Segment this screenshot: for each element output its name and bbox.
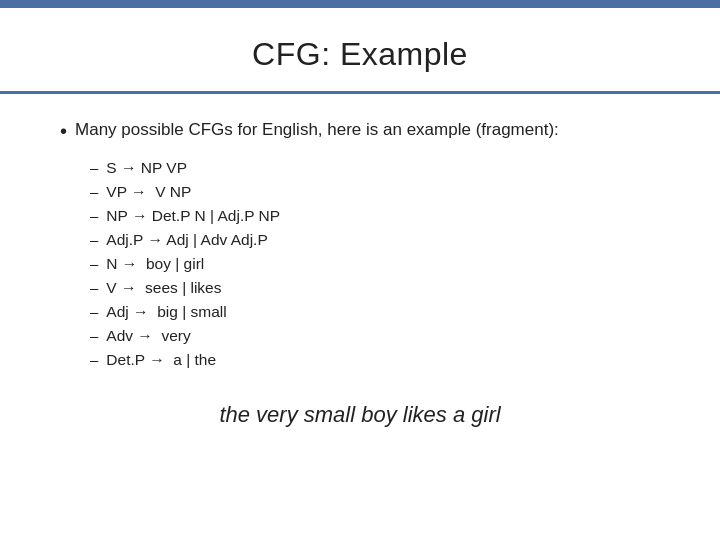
dash-icon: – <box>90 180 98 203</box>
sub-item-text: Adj.P → Adj | Adv Adj.P <box>106 228 267 252</box>
sub-items-list: – S → NP VP – VP → V NP – NP → Det.P N |… <box>90 156 660 372</box>
dash-icon: – <box>90 204 98 227</box>
list-item: – NP → Det.P N | Adj.P NP <box>90 204 660 228</box>
list-item: – S → NP VP <box>90 156 660 180</box>
dash-icon: – <box>90 324 98 347</box>
sub-item-text: VP → V NP <box>106 180 191 204</box>
main-bullet-text: Many possible CFGs for English, here is … <box>75 118 559 142</box>
list-item: – Adv → very <box>90 324 660 348</box>
dash-icon: – <box>90 252 98 275</box>
list-item: – V → sees | likes <box>90 276 660 300</box>
main-bullet: • Many possible CFGs for English, here i… <box>60 118 660 144</box>
sub-item-text: Adj → big | small <box>106 300 226 324</box>
list-item: – N → boy | girl <box>90 252 660 276</box>
sub-item-text: NP → Det.P N | Adj.P NP <box>106 204 280 228</box>
sub-item-text: Adv → very <box>106 324 190 348</box>
title-area: CFG: Example <box>0 8 720 83</box>
list-item: – Det.P → a | the <box>90 348 660 372</box>
dash-icon: – <box>90 300 98 323</box>
list-item: – Adj → big | small <box>90 300 660 324</box>
slide-title: CFG: Example <box>40 36 680 73</box>
sub-item-text: S → NP VP <box>106 156 187 180</box>
bullet-dot: • <box>60 118 67 144</box>
sub-item-text: N → boy | girl <box>106 252 204 276</box>
dash-icon: – <box>90 228 98 251</box>
dash-icon: – <box>90 156 98 179</box>
content-area: • Many possible CFGs for English, here i… <box>0 94 720 388</box>
dash-icon: – <box>90 348 98 371</box>
list-item: – VP → V NP <box>90 180 660 204</box>
slide: CFG: Example • Many possible CFGs for En… <box>0 0 720 540</box>
sub-item-text: V → sees | likes <box>106 276 221 300</box>
list-item: – Adj.P → Adj | Adv Adj.P <box>90 228 660 252</box>
bottom-sentence: the very small boy likes a girl <box>0 402 720 428</box>
top-bar <box>0 0 720 8</box>
dash-icon: – <box>90 276 98 299</box>
sub-item-text: Det.P → a | the <box>106 348 216 372</box>
